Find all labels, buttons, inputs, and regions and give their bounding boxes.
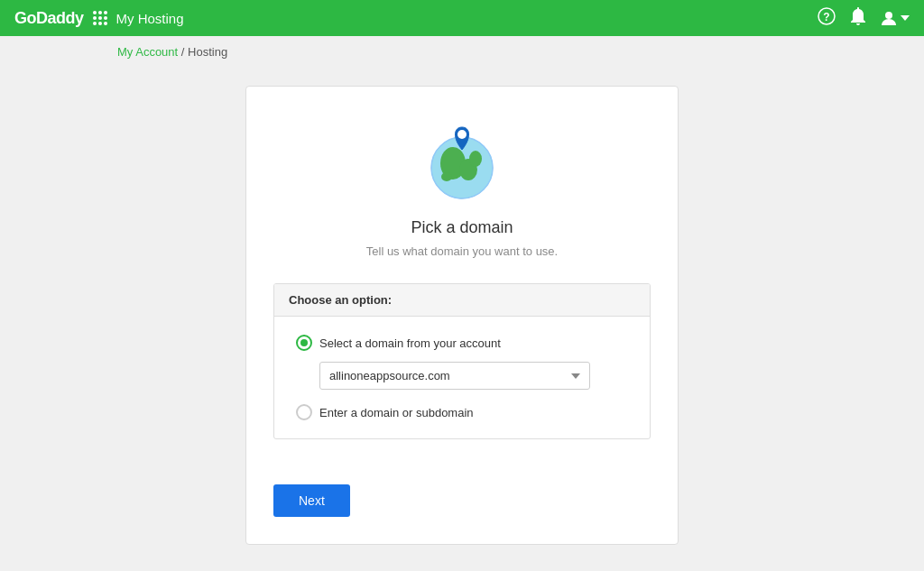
domain-select[interactable]: allinoneappsource.com bbox=[319, 362, 590, 390]
next-button[interactable]: Next bbox=[273, 484, 350, 517]
card-subtitle: Tell us what domain you want to use. bbox=[366, 244, 558, 258]
nav-title: My Hosting bbox=[116, 11, 184, 26]
svg-point-8 bbox=[441, 172, 452, 181]
radio-option-1[interactable] bbox=[296, 335, 312, 351]
option-1-label: Select a domain from your account bbox=[319, 336, 501, 350]
godaddy-logo: GoDaddy bbox=[14, 9, 84, 28]
card-footer: Next bbox=[273, 457, 651, 517]
svg-text:?: ? bbox=[823, 11, 829, 23]
domain-select-wrapper: allinoneappsource.com bbox=[319, 362, 628, 390]
svg-point-10 bbox=[457, 130, 467, 139]
breadcrumb-current: Hosting bbox=[188, 45, 227, 59]
card-title: Pick a domain bbox=[411, 218, 513, 237]
help-icon[interactable]: ? bbox=[818, 7, 836, 30]
breadcrumb: My Account / Hosting bbox=[117, 45, 807, 59]
option-2-label: Enter a domain or subdomain bbox=[319, 406, 474, 419]
option-row-2[interactable]: Enter a domain or subdomain bbox=[296, 404, 628, 420]
grid-icon[interactable] bbox=[93, 11, 107, 25]
options-header: Choose an option: bbox=[274, 284, 650, 317]
bell-icon[interactable] bbox=[850, 7, 866, 30]
pick-domain-card: Pick a domain Tell us what domain you wa… bbox=[245, 86, 679, 545]
breadcrumb-account-link[interactable]: My Account bbox=[117, 45, 178, 59]
main-content: Pick a domain Tell us what domain you wa… bbox=[0, 68, 924, 563]
svg-point-2 bbox=[885, 12, 892, 19]
breadcrumb-bar: My Account / Hosting bbox=[0, 36, 924, 68]
option-row-1[interactable]: Select a domain from your account bbox=[296, 335, 628, 351]
options-body: Select a domain from your account allino… bbox=[274, 317, 650, 438]
breadcrumb-separator: / bbox=[178, 45, 188, 59]
globe-illustration bbox=[421, 123, 503, 204]
svg-point-7 bbox=[469, 151, 482, 167]
options-box: Choose an option: Select a domain from y… bbox=[273, 283, 651, 439]
user-menu[interactable] bbox=[881, 10, 910, 26]
radio-option-2[interactable] bbox=[296, 404, 312, 420]
top-navigation: GoDaddy My Hosting ? bbox=[0, 0, 924, 36]
